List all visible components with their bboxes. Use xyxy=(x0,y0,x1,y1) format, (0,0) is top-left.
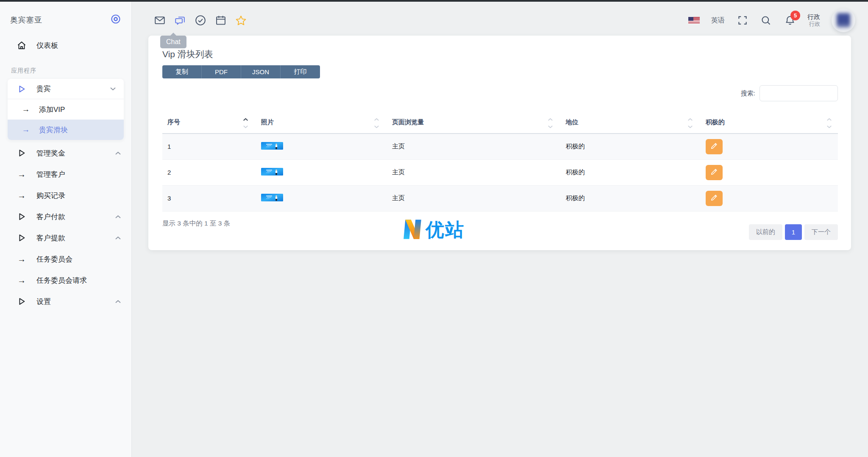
arrow-right-icon: → xyxy=(16,170,27,179)
sidebar-item-label: 任务委员会 xyxy=(36,254,121,264)
pencil-icon xyxy=(710,142,718,151)
page-title: Vip 滑块列表 xyxy=(162,48,838,60)
play-icon xyxy=(16,233,27,242)
check-circle-icon[interactable] xyxy=(194,14,206,27)
edit-button[interactable] xyxy=(706,139,723,154)
table-row: 2 主页 积极的 xyxy=(162,159,838,185)
play-icon xyxy=(16,212,27,221)
sidebar-item-task-committee-requests[interactable]: → 任务委员会请求 xyxy=(0,270,131,291)
table-header-row: 序号 照片 页面浏览量 xyxy=(162,112,838,134)
sidebar-item-label: 客户付款 xyxy=(36,212,115,222)
sidebar-item-dashboard[interactable]: 仪表板 xyxy=(0,36,131,55)
cell-status: 积极的 xyxy=(559,185,699,211)
arrow-right-icon: → xyxy=(20,105,31,114)
table-row: 1 主页 积极的 xyxy=(162,134,838,159)
star-icon[interactable] xyxy=(235,14,247,27)
chevron-up-icon xyxy=(115,300,121,304)
arrow-right-icon: → xyxy=(16,254,27,264)
sidebar-section-label: 应用程序 xyxy=(11,67,131,75)
column-header-serial[interactable]: 序号 xyxy=(162,112,254,134)
sidebar-item-vip[interactable]: 贵宾 xyxy=(8,79,124,99)
print-button[interactable]: 打印 xyxy=(281,65,320,78)
pdf-button[interactable]: PDF xyxy=(202,65,241,78)
user-menu[interactable]: 行政 行政 xyxy=(807,13,820,28)
copy-button[interactable]: 复制 xyxy=(162,65,202,78)
vip-slider-table: 序号 照片 页面浏览量 xyxy=(162,112,838,212)
sidebar-item-label: 贵宾滑块 xyxy=(39,125,116,135)
column-header-active[interactable]: 积极的 xyxy=(699,112,838,134)
chat-icon[interactable] xyxy=(174,14,186,27)
calendar-icon[interactable] xyxy=(214,14,227,27)
chevron-up-icon xyxy=(115,236,121,240)
sidebar-item-manage-bonus[interactable]: 管理奖金 xyxy=(0,142,131,164)
search-input[interactable] xyxy=(760,85,838,101)
sidebar-item-label: 任务委员会请求 xyxy=(36,276,121,285)
fullscreen-icon[interactable] xyxy=(736,14,748,27)
search-icon[interactable] xyxy=(760,14,772,27)
top-border-bar xyxy=(0,0,868,2)
avatar-image xyxy=(837,13,850,28)
edit-button[interactable] xyxy=(706,191,723,206)
chevron-down-icon xyxy=(110,87,116,91)
topbar: 英语 5 行政 行政 xyxy=(132,2,868,39)
notifications-bell-icon[interactable]: 5 xyxy=(784,14,796,27)
cell-pageview: 主页 xyxy=(385,134,559,159)
slider-photo-thumbnail xyxy=(261,194,283,201)
mail-icon[interactable] xyxy=(153,14,166,27)
json-button[interactable]: JSON xyxy=(241,65,281,78)
vip-slider-card: Vip 滑块列表 复制 PDF JSON 打印 搜索: 序号 照片 xyxy=(148,36,851,250)
sidebar-item-vip-slider[interactable]: → 贵宾滑块 xyxy=(8,120,124,140)
sidebar-item-customer-withdrawals[interactable]: 客户提款 xyxy=(0,227,131,248)
sidebar-item-label: 添加VIP xyxy=(39,105,116,114)
avatar[interactable] xyxy=(832,8,855,32)
export-button-group: 复制 PDF JSON 打印 xyxy=(162,65,320,78)
sidebar-item-add-vip[interactable]: → 添加VIP xyxy=(8,99,124,120)
cell-pageview: 主页 xyxy=(385,185,559,211)
slider-photo-thumbnail xyxy=(261,142,283,150)
cell-status: 积极的 xyxy=(559,134,699,159)
sidebar-item-label: 管理奖金 xyxy=(36,148,115,158)
column-header-photo[interactable]: 照片 xyxy=(254,112,385,134)
cell-status: 积极的 xyxy=(559,159,699,185)
sort-icons xyxy=(687,118,693,128)
pagination: 以前的 1 下一个 xyxy=(749,224,838,240)
sidebar-group-vip: 贵宾 → 添加VIP → 贵宾滑块 xyxy=(8,79,124,140)
edit-button[interactable] xyxy=(706,165,723,180)
search-label: 搜索: xyxy=(741,89,755,98)
next-page-button[interactable]: 下一个 xyxy=(804,224,838,240)
slider-photo-thumbnail xyxy=(261,168,283,176)
uzhan-logo-mark-icon xyxy=(401,218,424,242)
pencil-icon xyxy=(710,193,718,203)
user-role: 行政 xyxy=(807,21,820,28)
sort-icons xyxy=(548,118,553,128)
cell-serial: 2 xyxy=(162,159,254,185)
play-icon xyxy=(16,297,27,306)
user-name: 行政 xyxy=(807,13,820,21)
column-header-pageviews[interactable]: 页面浏览量 xyxy=(385,112,559,134)
current-page-button[interactable]: 1 xyxy=(785,224,802,240)
sidebar-item-purchase-records[interactable]: → 购买记录 xyxy=(0,185,131,206)
cell-serial: 1 xyxy=(162,134,254,159)
sidebar-item-customer-payments[interactable]: 客户付款 xyxy=(0,206,131,227)
table-row: 3 主页 积极的 xyxy=(162,185,838,211)
sidebar-item-label: 贵宾 xyxy=(36,84,110,94)
play-icon xyxy=(16,84,27,94)
sidebar-item-task-committee[interactable]: → 任务委员会 xyxy=(0,248,131,270)
sidebar-item-manage-customers[interactable]: → 管理客户 xyxy=(0,164,131,185)
sidebar-item-label: 仪表板 xyxy=(36,41,121,50)
language-selector[interactable]: 英语 xyxy=(711,16,725,25)
sidebar: 奥宾塞亚 仪表板 应用程序 贵宾 xyxy=(0,2,132,457)
us-flag-icon[interactable] xyxy=(688,17,700,24)
previous-page-button[interactable]: 以前的 xyxy=(749,224,782,240)
sidebar-item-label: 管理客户 xyxy=(36,170,121,179)
column-header-status[interactable]: 地位 xyxy=(559,112,699,134)
home-icon xyxy=(16,40,27,50)
arrow-right-icon: → xyxy=(16,276,27,285)
table-info-text: 显示 3 条中的 1 至 3 条 xyxy=(162,219,230,228)
uzhan-logo: 优站 xyxy=(401,217,465,242)
target-icon[interactable] xyxy=(110,14,121,26)
cell-pageview: 主页 xyxy=(385,159,559,185)
sidebar-item-settings[interactable]: 设置 xyxy=(0,291,131,312)
cell-serial: 3 xyxy=(162,185,254,211)
sidebar-item-label: 购买记录 xyxy=(36,191,121,201)
